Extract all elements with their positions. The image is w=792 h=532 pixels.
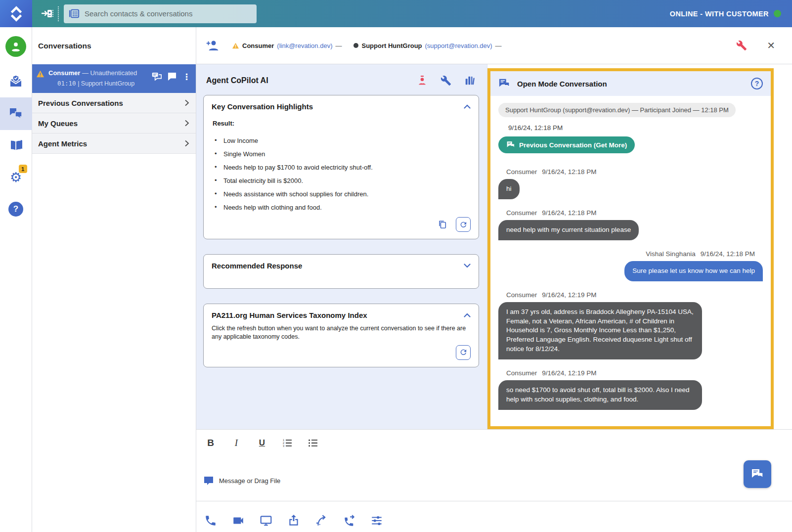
settings-badge: 1 bbox=[19, 165, 27, 173]
system-event-pill: Support HuntGroup (support@revation.dev)… bbox=[498, 103, 736, 117]
highlight-item: Low Income bbox=[215, 137, 471, 144]
participant-consumer-name: Consumer bbox=[242, 42, 274, 49]
close-conversation-icon[interactable]: ✕ bbox=[767, 40, 775, 51]
file-share-button[interactable] bbox=[285, 512, 302, 529]
previous-conversation-button-label: Previous Conversation (Get More) bbox=[519, 141, 627, 149]
chat-message-area[interactable]: Support HuntGroup (support@revation.dev)… bbox=[490, 96, 771, 426]
conversation-nav-item-label: Previous Conversations bbox=[38, 99, 123, 107]
message-sender: Consumer bbox=[506, 209, 537, 217]
copilot-analytics-icon[interactable] bbox=[464, 75, 475, 86]
chevron-right-icon bbox=[184, 140, 190, 147]
highlights-card-title: Key Conversation Highlights bbox=[212, 102, 313, 111]
participant-support-name: Support HuntGroup bbox=[361, 42, 422, 49]
chat-bubbles-icon bbox=[8, 107, 23, 121]
conversation-nav-item[interactable]: My Queues bbox=[32, 113, 196, 133]
active-conversation-item[interactable]: Consumer — Unauthenticated 01:10 | Suppo… bbox=[32, 64, 196, 93]
sidebar-item-help[interactable]: ? bbox=[0, 193, 32, 225]
copilot-settings-wrench-icon[interactable] bbox=[440, 75, 451, 86]
monitor-icon bbox=[260, 514, 272, 527]
sidebar-item-settings[interactable]: ⚙ 1 bbox=[0, 162, 32, 193]
audio-settings-button[interactable] bbox=[368, 512, 385, 529]
bullet-list-button[interactable] bbox=[308, 439, 319, 447]
avatar bbox=[5, 36, 26, 57]
numbered-list-button[interactable]: 1 2 3 bbox=[282, 439, 293, 447]
refresh-highlights-button[interactable] bbox=[456, 217, 471, 232]
search-input[interactable] bbox=[85, 9, 252, 18]
chevron-up-icon bbox=[464, 104, 471, 109]
conversation-nav-item[interactable]: Agent Metrics bbox=[32, 133, 196, 154]
call-transfer-button[interactable] bbox=[341, 512, 357, 529]
help-icon: ? bbox=[8, 202, 23, 217]
copilot-person-off-icon[interactable] bbox=[417, 75, 428, 86]
chat-message: Vishal Singhania 9/16/24, 12:18 PM Sure … bbox=[498, 250, 763, 281]
topbar-separator bbox=[58, 6, 59, 21]
italic-button[interactable]: I bbox=[231, 438, 242, 448]
agent-status-label: ONLINE - WITH CUSTOMER bbox=[670, 10, 769, 18]
chat-help-icon[interactable]: ? bbox=[751, 78, 763, 89]
chat-message-bubble: hi bbox=[498, 179, 520, 199]
diamond-logo-icon bbox=[7, 4, 26, 23]
numbered-list-icon: 1 2 3 bbox=[282, 439, 292, 447]
video-camera-icon bbox=[232, 514, 245, 527]
open-contact-drawer-button[interactable] bbox=[39, 5, 56, 22]
warning-icon bbox=[36, 70, 44, 78]
chat-message: Consumer 9/16/24, 12:19 PM so need $1700… bbox=[498, 369, 763, 410]
message-sender: Vishal Singhania bbox=[646, 250, 695, 258]
chat-duo-icon bbox=[506, 141, 515, 149]
chat-message-list: Consumer 9/16/24, 12:18 PM hi Consumer 9… bbox=[498, 168, 763, 410]
chat-message: Consumer 9/16/24, 12:18 PM hi bbox=[498, 168, 763, 199]
profile-avatar-button[interactable] bbox=[0, 27, 32, 66]
chat-panel-header: Open Mode Conversation ? bbox=[490, 71, 771, 96]
copy-highlights-button[interactable] bbox=[435, 217, 450, 232]
taxonomy-card-header[interactable]: PA211.org Human Services Taxonomy Index bbox=[212, 311, 471, 319]
highlights-result-label: Result: bbox=[213, 120, 471, 127]
refresh-taxonomy-button[interactable] bbox=[456, 345, 471, 360]
send-message-button[interactable] bbox=[744, 460, 771, 488]
chat-message: Consumer 9/16/24, 12:18 PM need help wit… bbox=[498, 209, 763, 240]
screen-share-button[interactable] bbox=[258, 512, 274, 529]
video-call-button[interactable] bbox=[230, 512, 247, 529]
agent-status[interactable]: ONLINE - WITH CUSTOMER bbox=[670, 10, 781, 18]
sidebar-item-conversations[interactable] bbox=[0, 97, 32, 130]
previous-conversation-button[interactable]: Previous Conversation (Get More) bbox=[498, 136, 635, 153]
chevron-right-icon bbox=[184, 120, 190, 127]
recommended-response-header[interactable]: Recommended Response bbox=[212, 262, 471, 270]
participant-support-email[interactable]: (support@revation.dev) bbox=[425, 42, 492, 49]
bullet-list-icon bbox=[308, 439, 318, 447]
message-time: 9/16/24, 12:18 PM bbox=[542, 168, 596, 176]
message-bubble-icon bbox=[203, 476, 214, 486]
taxonomy-card-title: PA211.org Human Services Taxonomy Index bbox=[212, 311, 367, 319]
message-sender: Consumer bbox=[506, 291, 537, 299]
copilot-title: Agent CoPilot AI bbox=[206, 76, 268, 85]
conversation-nav-item[interactable]: Previous Conversations bbox=[32, 93, 196, 113]
copilot-panel: Agent CoPilot AI bbox=[196, 64, 487, 429]
underline-button[interactable]: U bbox=[257, 438, 267, 448]
recommended-response-card: Recommended Response bbox=[203, 254, 479, 289]
phone-icon bbox=[204, 514, 217, 527]
verified-inbox-icon bbox=[8, 75, 23, 89]
global-search[interactable] bbox=[64, 4, 257, 23]
highlights-card-header[interactable]: Key Conversation Highlights bbox=[212, 102, 471, 111]
chat-panel-title: Open Mode Conversation bbox=[517, 80, 744, 88]
bold-button[interactable]: B bbox=[205, 438, 216, 448]
add-participant-icon[interactable] bbox=[206, 40, 220, 51]
chat-message-bubble: need help with my current situation plea… bbox=[498, 220, 639, 240]
refresh-icon bbox=[459, 221, 468, 229]
participant-consumer-email[interactable]: (link@revation.dev) bbox=[277, 42, 332, 49]
sidebar-item-inbox[interactable] bbox=[0, 66, 32, 97]
chat-message-bubble: Sure please let us know how we can help bbox=[624, 261, 763, 281]
chat-bubble-icon[interactable] bbox=[168, 72, 176, 81]
voice-call-button[interactable] bbox=[202, 512, 219, 529]
message-composer: B I U 1 2 3 bbox=[196, 429, 792, 532]
ai-escalate-button[interactable] bbox=[313, 512, 330, 529]
conversation-header: Consumer (link@revation.dev) — Support H… bbox=[196, 27, 792, 64]
conversation-tools-wrench-icon[interactable] bbox=[736, 40, 747, 51]
svg-text:3: 3 bbox=[283, 444, 284, 447]
conversation-menu-icon[interactable]: ⋮ bbox=[182, 72, 191, 81]
arrow-into-contact-card-icon bbox=[41, 8, 54, 20]
copy-icon bbox=[438, 220, 447, 229]
conversation-transfer-icon[interactable] bbox=[152, 72, 162, 81]
sidebar-item-directory[interactable] bbox=[0, 130, 32, 162]
call-controls-toolbar bbox=[196, 501, 792, 532]
message-input[interactable]: Message or Drag File bbox=[196, 451, 792, 501]
